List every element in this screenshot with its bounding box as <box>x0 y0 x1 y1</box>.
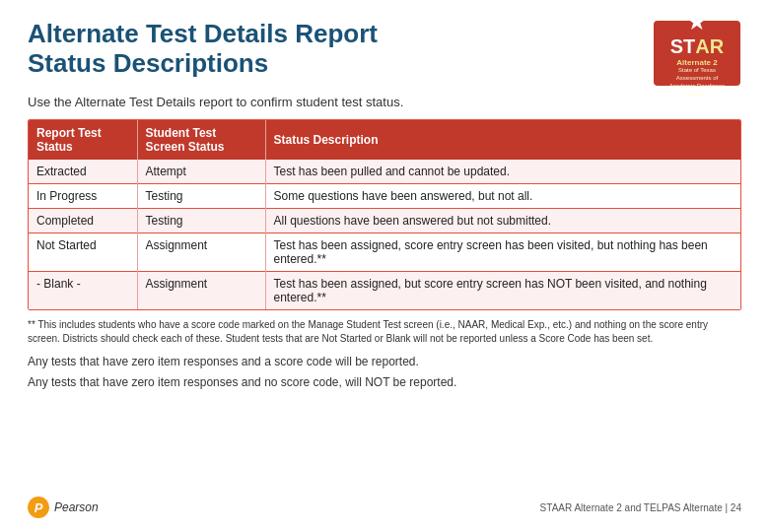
logo-inner: ★ ST AR Alternate 2 State of TexasAssess… <box>654 21 740 86</box>
title-line2: Status Descriptions <box>28 48 268 78</box>
cell-screen-3: Assignment <box>137 233 265 272</box>
col-header-screen: Student Test Screen Status <box>137 120 265 160</box>
pearson-label: Pearson <box>54 500 99 514</box>
page-title: Alternate Test Details Report Status Des… <box>28 20 641 79</box>
cell-screen-1: Testing <box>137 184 265 209</box>
pearson-logo: P Pearson <box>28 497 99 518</box>
cell-status-2: Completed <box>29 209 137 233</box>
cell-desc-0: Test has been pulled and cannot be updat… <box>265 160 740 184</box>
star-icon: ★ <box>686 8 708 35</box>
cell-screen-4: Assignment <box>137 272 265 310</box>
footnote: ** This includes students who have a sco… <box>28 318 741 346</box>
cell-desc-4: Test has been assigned, but score entry … <box>265 272 740 310</box>
title-block: Alternate Test Details Report Status Des… <box>28 20 641 79</box>
table-body: Extracted Attempt Test has been pulled a… <box>29 160 740 309</box>
table-header-row: Report Test Status Student Test Screen S… <box>29 120 740 160</box>
logo-ar: AR <box>695 35 724 58</box>
page: Alternate Test Details Report Status Des… <box>0 0 769 532</box>
table-row: - Blank - Assignment Test has been assig… <box>29 272 740 310</box>
note-2: Any tests that have zero item responses … <box>28 374 741 390</box>
cell-status-1: In Progress <box>29 184 137 209</box>
footer-page-ref: STAAR Alternate 2 and TELPAS Alternate |… <box>540 502 741 513</box>
cell-status-3: Not Started <box>29 233 137 272</box>
note-1: Any tests that have zero item responses … <box>28 354 741 369</box>
status-table: Report Test Status Student Test Screen S… <box>29 120 740 309</box>
cell-screen-2: Testing <box>137 209 265 233</box>
table-row: Completed Testing All questions have bee… <box>29 209 740 233</box>
cell-status-4: - Blank - <box>29 272 137 310</box>
cell-desc-1: Some questions have been answered, but n… <box>265 184 740 209</box>
table-row: In Progress Testing Some questions have … <box>29 184 740 209</box>
table-row: Not Started Assignment Test has been ass… <box>29 233 740 272</box>
footer-row: P Pearson STAAR Alternate 2 and TELPAS A… <box>28 493 741 518</box>
logo-box: ★ ST AR Alternate 2 State of TexasAssess… <box>653 20 741 87</box>
subtitle: Use the Alternate Test Details report to… <box>28 95 741 109</box>
pearson-icon: P <box>28 497 49 518</box>
cell-desc-3: Test has been assigned, score entry scre… <box>265 233 740 272</box>
cell-status-0: Extracted <box>29 160 137 184</box>
logo-alternate2: Alternate 2 <box>676 58 717 67</box>
header-row: Alternate Test Details Report Status Des… <box>28 20 741 87</box>
main-table-wrapper: Report Test Status Student Test Screen S… <box>28 119 741 310</box>
cell-screen-0: Attempt <box>137 160 265 184</box>
table-row: Extracted Attempt Test has been pulled a… <box>29 160 740 184</box>
title-line1: Alternate Test Details Report <box>28 19 378 48</box>
col-header-status: Report Test Status <box>29 120 137 160</box>
logo-smalltext: State of TexasAssessments ofAcademic Rea… <box>669 67 725 98</box>
cell-desc-2: All questions have been answered but not… <box>265 209 740 233</box>
logo-st: ST <box>670 35 696 58</box>
logo-name-row: ST AR <box>670 35 724 58</box>
col-header-desc: Status Description <box>265 120 740 160</box>
